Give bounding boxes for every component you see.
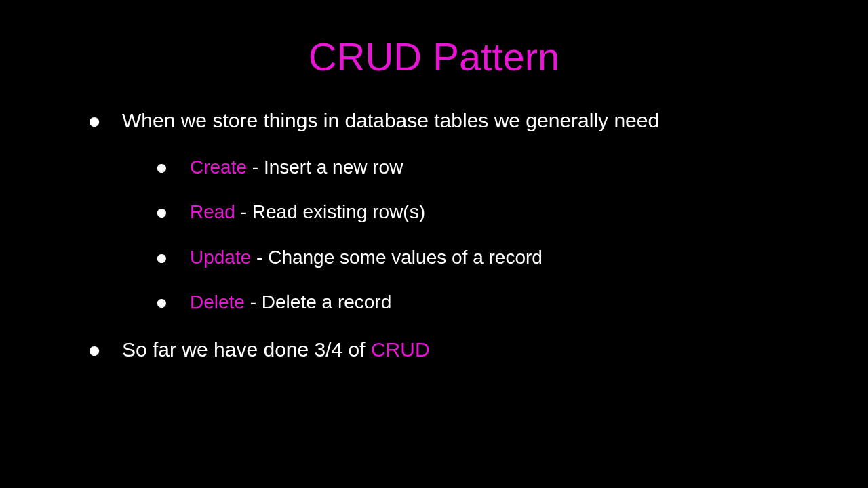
conclusion-prefix: So far we have done 3/4 of xyxy=(122,338,371,361)
desc-create: - Insert a new row xyxy=(247,157,403,178)
intro-text: When we store things in database tables … xyxy=(122,109,659,131)
sub-bullet-list: Create - Insert a new row Read - Read ex… xyxy=(122,155,827,315)
desc-delete: - Delete a record xyxy=(245,291,391,312)
sub-item-delete: Delete - Delete a record xyxy=(156,290,827,314)
slide-container: CRUD Pattern When we store things in dat… xyxy=(0,0,868,488)
term-delete: Delete xyxy=(190,291,245,312)
desc-update: - Change some values of a record xyxy=(251,247,542,268)
term-create: Create xyxy=(190,157,247,178)
sub-item-update: Update - Change some values of a record xyxy=(156,245,827,270)
sub-item-create: Create - Insert a new row xyxy=(156,155,827,180)
slide-title: CRUD Pattern xyxy=(41,34,827,79)
term-read: Read xyxy=(190,201,235,222)
desc-read: - Read existing row(s) xyxy=(235,201,425,222)
term-update: Update xyxy=(190,247,251,268)
main-bullet-list: When we store things in database tables … xyxy=(41,106,827,364)
conclusion-bullet: So far we have done 3/4 of CRUD xyxy=(88,336,827,364)
conclusion-highlight: CRUD xyxy=(371,338,430,361)
intro-bullet: When we store things in database tables … xyxy=(88,106,827,315)
sub-item-read: Read - Read existing row(s) xyxy=(156,200,827,224)
